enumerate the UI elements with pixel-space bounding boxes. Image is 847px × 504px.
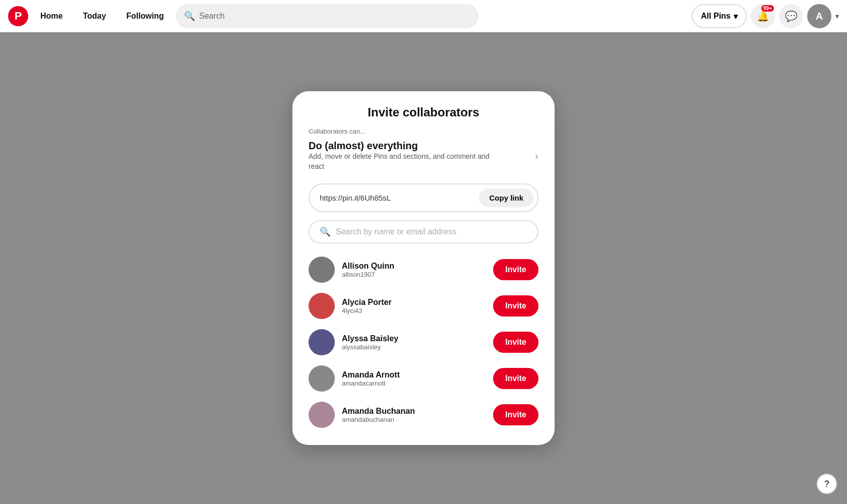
profile-chevron[interactable]: ▾ [835,12,839,20]
modal-body: Collaborators can... Do (almost) everyth… [292,128,555,445]
nav-following[interactable]: Following [118,8,172,25]
user-name: Amanda Buchanan [342,407,486,416]
copy-link-button[interactable]: Copy link [479,188,533,207]
user-handle: 4lyci43 [342,307,486,314]
user-handle: alyssabaisley [342,343,486,351]
help-button[interactable]: ? [817,474,837,494]
invite-button-amanda-b[interactable]: Invite [493,404,538,425]
user-row: Alycia Porter 4lyci43 Invite [309,288,538,324]
collab-option-title: Do (almost) everything [309,140,500,152]
user-name: Allison Quinn [342,262,486,271]
pinterest-logo[interactable]: P [8,6,28,26]
nav-today[interactable]: Today [75,8,114,25]
invite-button-alycia[interactable]: Invite [493,295,538,317]
collab-option[interactable]: Do (almost) everything Add, move or dele… [309,138,538,173]
notifications-button[interactable]: 🔔 99+ [751,4,775,28]
user-avatar-amanda-b [309,402,335,428]
search-collaborators-row: 🔍 [309,220,538,243]
collab-option-desc: Add, move or delete Pins and sections, a… [309,152,500,171]
nav-right-section: All Pins ▾ 🔔 99+ 💬 A ▾ [692,4,839,28]
user-avatar[interactable]: A [807,4,831,28]
collab-option-chevron: › [535,150,538,162]
user-name: Amanda Arnott [342,370,486,380]
user-handle: allison1907 [342,271,486,278]
invite-button-allison[interactable]: Invite [493,259,538,280]
collab-section: Collaborators can... Do (almost) everyth… [309,128,538,173]
invite-link-input[interactable] [320,194,475,202]
nav-home[interactable]: Home [32,8,71,25]
user-name: Alycia Porter [342,298,486,307]
modal-header: Invite collaborators [292,91,555,128]
user-avatar-alyssa [309,329,335,355]
modal-title: Invite collaborators [309,105,538,119]
notification-badge: 99+ [761,5,774,12]
messages-button[interactable]: 💬 [779,4,803,28]
user-avatar-amanda-a [309,365,335,392]
invite-collaborators-modal: Invite collaborators Collaborators can..… [292,91,555,445]
user-handle: amandabuchanan [342,416,486,423]
user-handle: amandacarnott [342,380,486,387]
user-row: Allison Quinn allison1907 Invite [309,251,538,288]
modal-overlay: Invite collaborators Collaborators can..… [0,32,847,504]
user-list: Allison Quinn allison1907 Invite Alycia … [309,251,538,433]
collab-label: Collaborators can... [309,128,538,135]
invite-button-alyssa[interactable]: Invite [493,332,538,353]
all-pins-label: All Pins [701,12,731,21]
all-pins-chevron: ▾ [734,12,738,21]
navbar: P Home Today Following 🔍 Search All Pins… [0,0,847,32]
user-row: Amanda Arnott amandacarnott Invite [309,360,538,397]
user-avatar-allison [309,257,335,283]
search-icon: 🔍 [320,226,331,237]
user-row: Alyssa Baisley alyssabaisley Invite [309,324,538,360]
search-collaborators-input[interactable] [336,227,527,236]
search-icon: 🔍 [184,11,195,22]
all-pins-dropdown[interactable]: All Pins ▾ [692,4,747,28]
invite-button-amanda-a[interactable]: Invite [493,368,538,389]
user-name: Alyssa Baisley [342,334,486,343]
invite-link-row: Copy link [309,183,538,212]
search-placeholder: Search [199,12,225,21]
user-avatar-alycia [309,293,335,319]
nav-search-bar[interactable]: 🔍 Search [176,4,478,28]
user-row: Amanda Buchanan amandabuchanan Invite [309,397,538,433]
